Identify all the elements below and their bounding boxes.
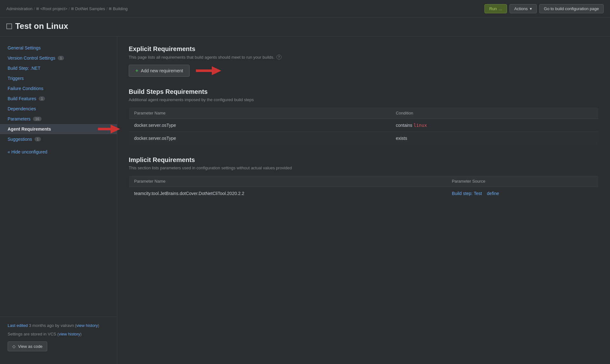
sidebar-nav: General Settings Version Control Setting… (0, 43, 117, 157)
implicit-requirements-desc: This section lists parameters used in co… (129, 166, 599, 170)
add-new-requirement-button[interactable]: + Add new requirement (129, 65, 190, 77)
condition-value-1: linux (413, 123, 427, 128)
top-bar: Administration / ⊞ <Root project> / ⊞ Do… (0, 0, 610, 17)
last-edited-section: Last edited 3 months ago by valravn (vie… (8, 323, 109, 328)
sidebar-item-parameters[interactable]: Parameters 16 (0, 114, 117, 124)
sidebar-item-hide-unconfigured[interactable]: « Hide unconfigured (0, 147, 117, 157)
suggestions-badge: 1 (35, 137, 41, 141)
page-title: Test on Linux (15, 21, 68, 31)
explicit-requirements-section: Explicit Requirements This page lists al… (129, 45, 599, 77)
sidebar-item-build-features[interactable]: Build Features 1 (0, 94, 117, 104)
page-title-bar: Test on Linux (0, 17, 610, 36)
param-name-2: docker.server.osType (129, 132, 391, 145)
last-edited-by: by valravn (55, 323, 74, 328)
table-row: docker.server.osType contains linux (129, 119, 599, 132)
breadcrumb-sep-2: / (68, 6, 70, 11)
sidebar-item-general-settings[interactable]: General Settings (0, 43, 117, 53)
table-row: teamcity.tool.JetBrains.dotCover.DotNetC… (129, 187, 599, 200)
svg-marker-0 (111, 125, 120, 133)
svg-marker-2 (212, 66, 221, 75)
sidebar: General Settings Version Control Setting… (0, 36, 117, 364)
sidebar-item-build-step[interactable]: Build Step: .NET (0, 63, 117, 73)
build-steps-title: Build Steps Requirements (129, 88, 599, 95)
implicit-requirements-section: Implicit Requirements This section lists… (129, 156, 599, 200)
sidebar-item-dependencies[interactable]: Dependencies (0, 104, 117, 114)
actions-button[interactable]: Actions ▾ (509, 4, 537, 13)
vcs-badge: 1 (58, 56, 64, 60)
table-row: docker.server.osType exists (129, 132, 599, 145)
breadcrumb-sep-3: / (107, 6, 108, 11)
sidebar-item-failure-conditions[interactable]: Failure Conditions (0, 83, 117, 94)
sidebar-item-suggestions[interactable]: Suggestions 1 (0, 134, 117, 144)
sidebar-footer: Last edited 3 months ago by valravn (vie… (0, 316, 117, 358)
implicit-col-param: Parameter Name (129, 176, 447, 187)
chevron-down-icon: ▾ (530, 6, 532, 11)
view-history-link-1[interactable]: view history (76, 323, 98, 328)
plus-icon: + (135, 68, 138, 74)
vcs-note: Settings are stored in VCS (view history… (8, 332, 109, 336)
top-bar-actions: Run ... Actions ▾ Go to build configurat… (484, 4, 604, 13)
build-steps-desc: Additional agent requirements imposed by… (129, 97, 599, 102)
build-step-test-link[interactable]: Build step: Test (452, 191, 482, 196)
define-link[interactable]: define (487, 191, 499, 196)
implicit-source-1: Build step: Test define (447, 187, 598, 200)
sidebar-item-triggers[interactable]: Triggers (0, 73, 117, 83)
view-code-icon: ◇ (12, 344, 16, 349)
implicit-requirements-title: Implicit Requirements (129, 156, 599, 164)
vcs-view-history-link[interactable]: view history (59, 332, 80, 336)
explicit-requirements-title: Explicit Requirements (129, 45, 599, 53)
more-icon: ... (499, 6, 502, 11)
implicit-table: Parameter Name Parameter Source teamcity… (129, 175, 599, 200)
breadcrumb-building[interactable]: Building (113, 6, 127, 11)
implicit-param-1: teamcity.tool.JetBrains.dotCover.DotNetC… (129, 187, 447, 200)
parameters-badge: 16 (33, 117, 41, 121)
grid-icon-3: ⊞ (109, 7, 112, 11)
breadcrumb-dotnet[interactable]: DotNet Samples (75, 6, 105, 11)
svg-rect-1 (98, 128, 111, 130)
run-button[interactable]: Run ... (484, 4, 507, 13)
svg-rect-3 (196, 69, 212, 72)
grid-icon-1: ⊞ (36, 7, 39, 11)
explicit-help-icon[interactable]: ? (276, 55, 282, 60)
build-steps-col-condition: Condition (391, 107, 598, 119)
breadcrumb-admin[interactable]: Administration (6, 6, 32, 11)
build-features-badge: 1 (39, 96, 45, 101)
view-as-code-button[interactable]: ◇ View as code (8, 341, 47, 351)
goto-build-config-button[interactable]: Go to build configuration page (539, 4, 604, 13)
add-req-arrow-indicator (196, 66, 221, 75)
main-layout: General Settings Version Control Setting… (0, 36, 610, 364)
breadcrumb: Administration / ⊞ <Root project> / ⊞ Do… (6, 6, 127, 11)
condition-2: exists (391, 132, 598, 145)
param-name-1: docker.server.osType (129, 119, 391, 132)
implicit-col-source: Parameter Source (447, 176, 598, 187)
explicit-requirements-desc: This page lists all requirements that bu… (129, 55, 599, 60)
breadcrumb-sep-1: / (34, 6, 35, 11)
grid-icon-2: ⊞ (71, 7, 74, 11)
condition-1: contains linux (391, 119, 598, 132)
sidebar-item-vcs[interactable]: Version Control Settings 1 (0, 53, 117, 63)
main-content: Explicit Requirements This page lists al… (117, 36, 610, 364)
build-steps-table: Parameter Name Condition docker.server.o… (129, 107, 599, 145)
build-steps-col-param: Parameter Name (129, 107, 391, 119)
last-edited-label[interactable]: Last edited (8, 323, 28, 328)
build-steps-requirements-section: Build Steps Requirements Additional agen… (129, 88, 599, 145)
build-checkbox-icon (6, 23, 12, 29)
sidebar-arrow-indicator (98, 125, 120, 133)
breadcrumb-root[interactable]: <Root project> (40, 6, 67, 11)
